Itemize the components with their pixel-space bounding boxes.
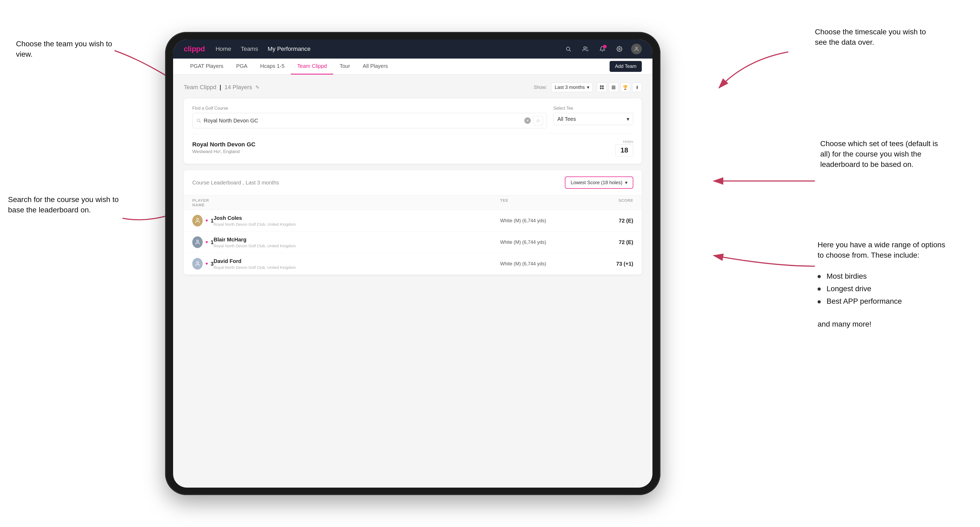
tee-select-dropdown[interactable]: All Tees ▾ <box>554 113 633 125</box>
bullet-1: Most birdies <box>827 272 867 280</box>
favorite-btn[interactable]: ☆ <box>533 116 543 125</box>
col-player-name-spacer <box>213 198 500 207</box>
course-search-input[interactable] <box>204 117 522 124</box>
rank-num-3: 3 <box>211 261 213 267</box>
row-rank-2: ♥ 1 <box>192 237 213 248</box>
score-type-dropdown[interactable]: Lowest Score (18 holes) ▾ <box>565 176 633 189</box>
grid-view-btn[interactable] <box>597 83 607 92</box>
view-icons: 🏆 ⬇ <box>597 83 642 92</box>
row-rank-1: ♥ 1 <box>192 215 213 227</box>
svg-point-4 <box>619 48 620 50</box>
main-content: Team Clippd | 14 Players ✎ Show: Last 3 … <box>173 75 652 283</box>
player-club-3: Royal North Devon Golf Club, United King… <box>213 265 500 270</box>
player-info-1: Josh Coles Royal North Devon Golf Club, … <box>213 215 500 227</box>
sub-nav-hcaps[interactable]: Hcaps 1-5 <box>254 59 291 75</box>
annotation-top-right: Choose the timescale you wish to see the… <box>815 27 932 48</box>
svg-rect-7 <box>602 86 604 87</box>
svg-rect-11 <box>612 87 616 88</box>
settings-icon-btn[interactable] <box>614 44 625 54</box>
svg-point-5 <box>636 47 638 49</box>
tablet-screen: clippd Home Teams My Performance <box>173 40 652 487</box>
annotation-middle-left: Search for the course you wish to base t… <box>8 194 120 215</box>
tablet-device: clippd Home Teams My Performance <box>165 32 660 495</box>
col-score: SCORE <box>580 198 633 207</box>
bullet-2: Longest drive <box>827 284 871 293</box>
table-row: ♥ 1 Blair McHarg Royal North Devon Golf … <box>184 232 642 253</box>
row-tee-3: White (M) (6,744 yds) <box>500 261 580 267</box>
player-name-2: Blair McHarg <box>213 237 500 243</box>
nav-link-home[interactable]: Home <box>215 46 231 52</box>
annotation-options: Here you have a wide range of options to… <box>818 240 945 330</box>
svg-point-15 <box>197 219 199 221</box>
list-view-btn[interactable] <box>609 83 618 92</box>
add-team-button[interactable]: Add Team <box>609 61 642 72</box>
search-clear-btn[interactable]: ✕ <box>524 117 531 124</box>
bell-icon-btn[interactable] <box>597 44 608 54</box>
tee-chevron-icon: ▾ <box>627 116 629 122</box>
sub-nav-tour[interactable]: Tour <box>333 59 356 75</box>
annotation-tee-select: Choose which set of tees (default is all… <box>820 138 943 170</box>
find-course-label: Find a Golf Course <box>192 106 547 111</box>
nav-link-my-performance[interactable]: My Performance <box>268 46 310 52</box>
tee-select-field: Select Tee All Tees ▾ <box>554 106 633 128</box>
leaderboard-card: Course Leaderboard , Last 3 months Lowes… <box>184 170 642 275</box>
svg-line-14 <box>199 121 200 122</box>
svg-line-2 <box>570 50 571 51</box>
nav-bar: clippd Home Teams My Performance <box>173 40 652 59</box>
holes-value: 18 <box>616 144 633 156</box>
course-holes: Holes 18 <box>616 139 633 156</box>
search-icon <box>196 118 201 123</box>
bullet-3: Best APP performance <box>827 297 902 305</box>
table-row: ♥ 1 Josh Coles Royal North Devon Golf Cl… <box>184 210 642 232</box>
show-timescale-dropdown[interactable]: Last 3 months ▾ <box>551 83 593 92</box>
row-tee-2: White (M) (6,744 yds) <box>500 240 580 245</box>
player-name-1: Josh Coles <box>213 215 500 221</box>
leaderboard-header: Course Leaderboard , Last 3 months Lowes… <box>184 170 642 195</box>
rank-num-1: 1 <box>211 218 213 224</box>
user-avatar[interactable] <box>631 44 642 54</box>
course-location: Westward Ho!, England <box>192 149 255 154</box>
users-icon-btn[interactable] <box>580 44 591 54</box>
sub-nav-pgat[interactable]: PGAT Players <box>184 59 230 75</box>
team-header-right: Show: Last 3 months ▾ 🏆 ⬇ <box>534 83 642 92</box>
svg-point-16 <box>197 240 199 242</box>
team-header: Team Clippd | 14 Players ✎ Show: Last 3 … <box>184 83 642 92</box>
table-row: ♥ 3 David Ford Royal North Devon Golf Cl… <box>184 253 642 275</box>
player-avatar-2 <box>192 237 203 248</box>
nav-icons <box>563 44 642 54</box>
player-name-3: David Ford <box>213 258 500 264</box>
find-course-field: Find a Golf Course ✕ ☆ <box>192 106 547 128</box>
nav-links: Home Teams My Performance <box>215 46 310 52</box>
player-info-3: David Ford Royal North Devon Golf Club, … <box>213 258 500 270</box>
svg-point-3 <box>584 47 585 49</box>
course-result: Royal North Devon GC Westward Ho!, Engla… <box>192 133 633 156</box>
col-tee: TEE <box>500 198 580 207</box>
leaderboard-title: Course Leaderboard , Last 3 months <box>192 179 279 186</box>
svg-point-1 <box>566 47 570 51</box>
svg-point-13 <box>197 119 200 122</box>
row-score-3: 73 (+1) <box>580 261 633 267</box>
nav-link-teams[interactable]: Teams <box>241 46 258 52</box>
row-tee-1: White (M) (6,744 yds) <box>500 218 580 224</box>
edit-team-icon[interactable]: ✎ <box>255 84 259 90</box>
trophy-view-btn[interactable]: 🏆 <box>620 83 630 92</box>
search-icon-btn[interactable] <box>563 44 574 54</box>
course-name: Royal North Devon GC <box>192 141 255 148</box>
col-player-name: PLAYER NAME <box>192 198 213 207</box>
course-search-input-wrap: ✕ ☆ <box>192 113 547 128</box>
sub-nav-all-players[interactable]: All Players <box>356 59 394 75</box>
svg-rect-8 <box>600 87 601 89</box>
player-club-1: Royal North Devon Golf Club, United King… <box>213 222 500 227</box>
show-label: Show: <box>534 85 547 90</box>
svg-point-17 <box>197 262 199 264</box>
row-score-2: 72 (E) <box>580 239 633 245</box>
course-result-info: Royal North Devon GC Westward Ho!, Engla… <box>192 141 255 154</box>
annotation-top-left: Choose the team you wish to view. <box>16 39 117 59</box>
sub-nav-pga[interactable]: PGA <box>230 59 254 75</box>
svg-rect-6 <box>600 86 601 87</box>
svg-rect-12 <box>612 88 616 89</box>
row-score-1: 72 (E) <box>580 218 633 224</box>
download-btn[interactable]: ⬇ <box>632 83 642 92</box>
score-type-chevron: ▾ <box>625 179 627 186</box>
sub-nav-team-clippd[interactable]: Team Clippd <box>291 59 333 75</box>
